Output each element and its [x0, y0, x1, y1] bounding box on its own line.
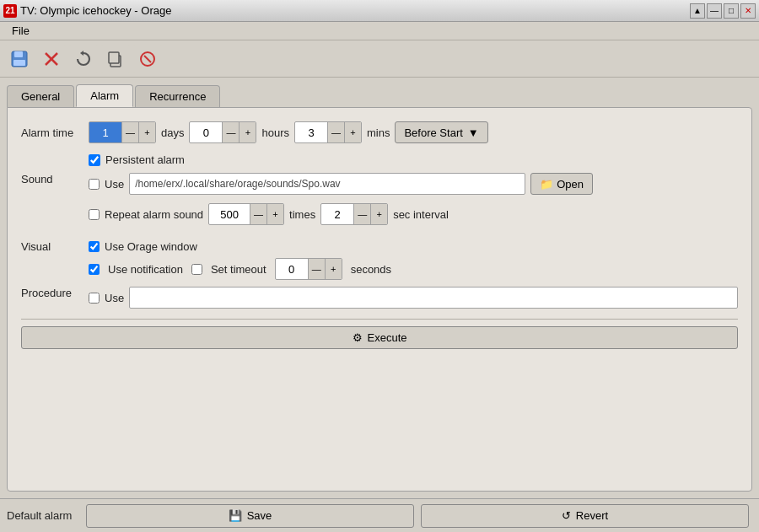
- tab-alarm[interactable]: Alarm: [76, 84, 133, 107]
- sound-label: Sound: [21, 173, 89, 185]
- procedure-controls: Use: [89, 287, 738, 309]
- days-spinner: — +: [89, 121, 156, 143]
- bottom-bar: Default alarm 💾 Save ↺ Revert: [0, 498, 759, 532]
- timeout-spinner: — +: [275, 258, 342, 280]
- revert-button[interactable]: ↺ Revert: [421, 504, 749, 528]
- procedure-label: Procedure: [21, 287, 89, 299]
- alarm-tab-panel: Alarm time — + days — + hours: [7, 107, 752, 492]
- maximize-button[interactable]: □: [724, 3, 739, 19]
- repeat-sound-row: Repeat alarm sound — + times — + sec int: [89, 203, 738, 225]
- refresh-toolbar-button[interactable]: [69, 45, 98, 73]
- times-decrement[interactable]: —: [250, 204, 266, 224]
- svg-line-9: [144, 56, 151, 62]
- svg-rect-1: [14, 51, 23, 57]
- revert-icon: ↺: [562, 509, 571, 522]
- app-icon: 21: [3, 4, 17, 18]
- execute-area: ⚙ Execute: [21, 319, 738, 349]
- alarm-time-row: Alarm time — + days — + hours: [21, 121, 738, 143]
- interval-spinner: — +: [320, 203, 388, 225]
- set-timeout-label[interactable]: Set timeout: [211, 263, 266, 276]
- execute-button[interactable]: ⚙ Execute: [21, 326, 738, 349]
- copy-icon: [106, 50, 125, 68]
- repeat-sound-checkbox[interactable]: [89, 209, 100, 220]
- visual-label: Visual: [21, 240, 89, 253]
- svg-marker-5: [80, 51, 83, 56]
- open-button[interactable]: 📁 Open: [530, 173, 593, 195]
- default-alarm-label: Default alarm: [7, 509, 83, 522]
- hours-spinner: — +: [189, 121, 256, 143]
- close-button[interactable]: ✕: [740, 3, 756, 19]
- visual-section: Visual Use Orage window Use notification…: [21, 240, 738, 280]
- delete-icon: [42, 50, 61, 68]
- before-start-dropdown[interactable]: Before Start ▼: [395, 121, 487, 143]
- delete-toolbar-button[interactable]: [37, 45, 66, 73]
- tabs-container: General Alarm Recurrence: [7, 84, 752, 107]
- procedure-input[interactable]: [129, 287, 738, 309]
- procedure-section: Procedure Use: [21, 287, 738, 309]
- save-button[interactable]: 💾 Save: [86, 504, 414, 528]
- procedure-use-label[interactable]: Use: [105, 292, 124, 304]
- cancel-toolbar-button[interactable]: [133, 45, 162, 73]
- persistent-alarm-row: Persistent alarm: [89, 153, 738, 166]
- sound-path-input[interactable]: [129, 173, 525, 195]
- interval-increment[interactable]: +: [370, 204, 387, 224]
- titlebar: 21 TV: Olympic icehockey - Orage ▲ — □ ✕: [0, 0, 759, 22]
- use-orage-row: Use Orage window: [89, 240, 738, 253]
- toolbar: [0, 40, 759, 78]
- timeout-decrement[interactable]: —: [308, 259, 325, 279]
- main-content: General Alarm Recurrence Alarm time — + …: [0, 78, 759, 498]
- save-icon: 💾: [229, 509, 242, 522]
- use-orage-label[interactable]: Use Orage window: [105, 240, 197, 253]
- folder-icon: 📁: [540, 178, 553, 191]
- gear-icon: ⚙: [353, 331, 363, 344]
- use-notification-label[interactable]: Use notification: [108, 263, 183, 276]
- days-input[interactable]: [89, 122, 121, 142]
- sound-use-row: Use 📁 Open: [89, 173, 738, 195]
- cancel-icon: [138, 50, 157, 68]
- sound-section: Sound Use 📁 Open Repeat alarm sound: [21, 173, 738, 234]
- times-increment[interactable]: +: [266, 204, 283, 224]
- alarm-time-label: Alarm time: [21, 126, 89, 139]
- days-increment[interactable]: +: [138, 122, 155, 142]
- hours-increment[interactable]: +: [239, 122, 256, 142]
- procedure-use-checkbox[interactable]: [89, 293, 100, 304]
- save-toolbar-button[interactable]: [5, 45, 34, 73]
- repeat-sound-label[interactable]: Repeat alarm sound: [105, 208, 203, 221]
- file-menu[interactable]: File: [5, 23, 36, 39]
- days-decrement[interactable]: —: [121, 122, 138, 142]
- times-input[interactable]: [209, 204, 250, 224]
- hours-decrement[interactable]: —: [222, 122, 239, 142]
- refresh-icon: [74, 50, 93, 68]
- interval-decrement[interactable]: —: [353, 204, 370, 224]
- copy-toolbar-button[interactable]: [101, 45, 130, 73]
- sound-use-label[interactable]: Use: [105, 178, 124, 191]
- restore-button[interactable]: —: [707, 3, 722, 19]
- tab-recurrence[interactable]: Recurrence: [135, 85, 220, 107]
- interval-input[interactable]: [321, 204, 353, 224]
- alarm-time-controls: — + days — + hours — + mins: [89, 121, 738, 143]
- chevron-down-icon: ▼: [468, 126, 479, 139]
- persistent-alarm-label[interactable]: Persistent alarm: [105, 153, 185, 166]
- mins-decrement[interactable]: —: [327, 122, 344, 142]
- use-notification-checkbox[interactable]: [89, 264, 100, 275]
- persistent-alarm-checkbox[interactable]: [89, 154, 100, 166]
- timeout-increment[interactable]: +: [325, 259, 342, 279]
- hours-unit: hours: [261, 126, 289, 139]
- window-title: TV: Olympic icehockey - Orage: [20, 4, 171, 17]
- save-icon: [10, 50, 29, 68]
- mins-spinner: — +: [294, 121, 362, 143]
- set-timeout-checkbox[interactable]: [191, 264, 202, 275]
- minimize-button[interactable]: ▲: [690, 3, 705, 19]
- svg-rect-7: [109, 52, 119, 63]
- times-spinner: — +: [208, 203, 284, 225]
- mins-increment[interactable]: +: [344, 122, 361, 142]
- use-orage-checkbox[interactable]: [89, 241, 100, 252]
- timeout-input[interactable]: [276, 259, 308, 279]
- tab-general[interactable]: General: [7, 85, 74, 107]
- mins-input[interactable]: [295, 122, 327, 142]
- hours-input[interactable]: [190, 122, 222, 142]
- menubar: File: [0, 22, 759, 40]
- svg-rect-2: [13, 60, 25, 66]
- sound-use-checkbox[interactable]: [89, 179, 100, 190]
- times-unit: times: [289, 208, 315, 221]
